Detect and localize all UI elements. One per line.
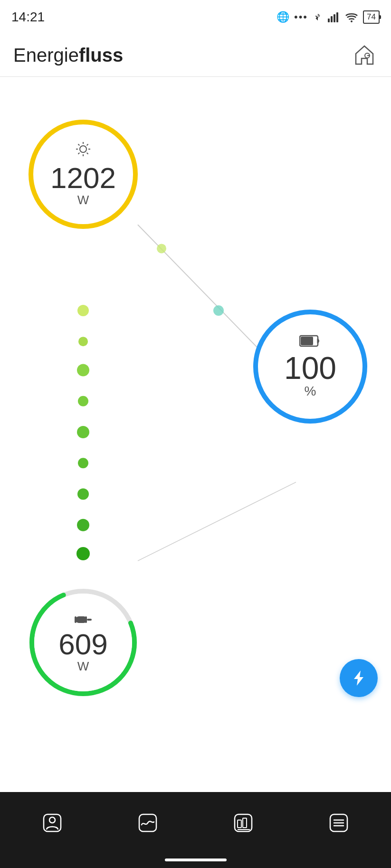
battery-circle[interactable]: 100 %: [253, 310, 367, 424]
svg-point-16: [157, 244, 166, 253]
nav-item-home[interactable]: [33, 804, 71, 842]
svg-rect-3: [336, 12, 338, 22]
battery-unit: %: [305, 384, 316, 399]
header: Energiefluss: [0, 34, 391, 77]
lightning-icon: [349, 669, 368, 688]
svg-point-4: [351, 20, 353, 22]
home-icon: [75, 612, 92, 627]
svg-rect-36: [87, 619, 92, 621]
svg-line-25: [87, 153, 88, 154]
svg-line-15: [138, 225, 277, 368]
svg-rect-0: [328, 19, 330, 22]
main-content: 1202 W 100 %: [0, 77, 391, 792]
nav-item-menu[interactable]: [320, 804, 358, 842]
svg-point-7: [78, 337, 88, 346]
battery-value: 100: [284, 352, 336, 384]
nav-menu-icon: [326, 811, 351, 835]
nav-home-icon: [40, 811, 65, 835]
svg-line-27: [78, 153, 80, 154]
home-circle-wrapper[interactable]: 609 W: [29, 588, 138, 697]
nav-item-chart[interactable]: [129, 804, 167, 842]
battery-indicator: 74: [363, 10, 380, 24]
battery-level: 74: [367, 12, 376, 21]
home-indicator: [165, 859, 227, 861]
signal-icon: [328, 12, 340, 22]
svg-line-26: [87, 144, 88, 146]
solar-value: 1202: [50, 163, 116, 193]
svg-rect-29: [301, 337, 313, 345]
fab-button[interactable]: [340, 659, 378, 697]
svg-rect-35: [85, 616, 87, 623]
svg-point-38: [49, 817, 55, 823]
svg-point-13: [77, 519, 89, 531]
svg-point-6: [77, 305, 89, 316]
svg-point-8: [77, 364, 89, 376]
flow-diagram: 1202 W 100 %: [0, 77, 391, 792]
svg-point-17: [213, 305, 224, 316]
home-value: 609: [58, 630, 107, 659]
svg-rect-41: [238, 820, 241, 828]
svg-point-19: [80, 146, 86, 152]
solar-unit: W: [77, 193, 89, 208]
nav-chart-icon: [135, 811, 160, 835]
home-circle-content: 609 W: [29, 588, 138, 697]
svg-point-11: [78, 458, 88, 468]
nav-stats-icon: [231, 811, 256, 835]
svg-point-14: [76, 547, 90, 560]
svg-rect-34: [75, 616, 76, 623]
status-time: 14:21: [11, 9, 45, 25]
svg-point-9: [78, 396, 88, 406]
status-bar: 14:21 🌐 ••• 74: [0, 0, 391, 34]
solar-icon: [75, 141, 91, 160]
svg-rect-2: [334, 14, 335, 22]
svg-line-18: [138, 482, 296, 561]
svg-line-24: [78, 144, 80, 146]
solar-circle[interactable]: 1202 W: [29, 120, 138, 229]
home-button[interactable]: [351, 42, 378, 69]
svg-point-10: [77, 426, 89, 438]
home-unit: W: [77, 659, 89, 674]
status-icons: 🌐 ••• 74: [277, 10, 380, 24]
nav-item-stats[interactable]: [224, 804, 262, 842]
wifi-icon: [345, 12, 358, 22]
home-icon: [352, 43, 377, 68]
svg-rect-1: [331, 16, 333, 22]
svg-point-12: [77, 488, 89, 500]
svg-rect-42: [243, 818, 247, 828]
battery-circle-icon: [299, 334, 321, 349]
dots-icon: •••: [294, 11, 308, 23]
page-title: Energiefluss: [13, 45, 123, 66]
globe-icon: 🌐: [277, 11, 289, 23]
bottom-nav: [0, 792, 391, 868]
bluetooth-icon: [313, 12, 323, 22]
